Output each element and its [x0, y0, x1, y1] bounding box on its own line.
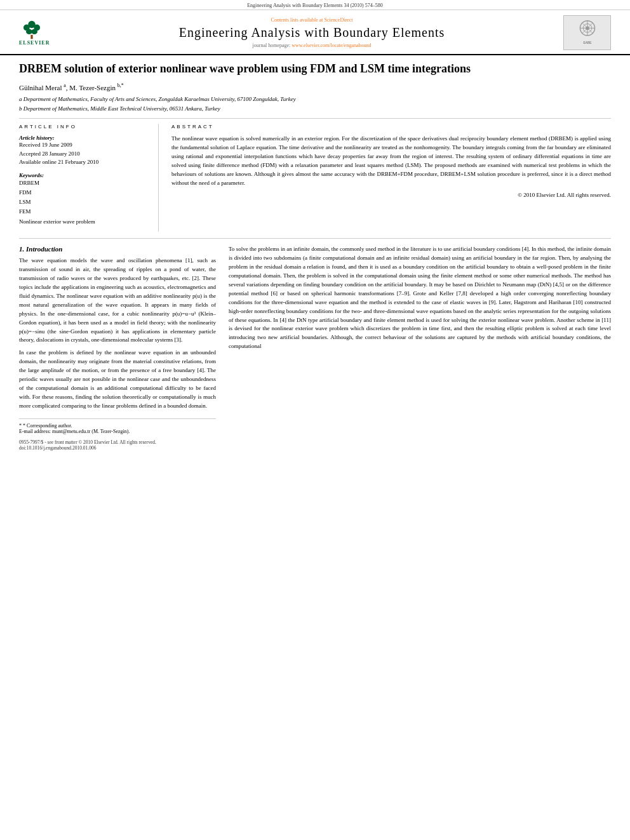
divider-2 [19, 238, 611, 239]
keywords-block: Keywords: DRBEM FDM LSM FEM Nonlinear ex… [19, 172, 145, 227]
article-title: DRBEM solution of exterior nonlinear wav… [19, 62, 611, 76]
keywords-list: DRBEM FDM LSM FEM Nonlinear exterior wav… [19, 178, 145, 227]
journal-header: ELSEVIER Contents lists available at Sci… [0, 10, 630, 55]
divider-1 [19, 118, 611, 119]
svg-point-4 [31, 29, 37, 34]
elsevier-tree-icon [19, 20, 44, 40]
available-date: Available online 21 February 2010 [19, 158, 145, 167]
doi: doi:10.1016/j.enganabound.2010.01.006 [19, 445, 216, 451]
contents-text: Contents lists available at [271, 17, 323, 23]
sciencedirect-link: Contents lists available at ScienceDirec… [70, 17, 554, 23]
svg-text:EABE: EABE [584, 41, 592, 44]
corresponding-author-note: * * Corresponding author. [19, 423, 216, 429]
keyword-lsm: LSM [19, 197, 145, 207]
body-content: 1. Introduction The wave equation models… [19, 245, 611, 451]
author-a-sup: a [64, 83, 66, 88]
section1-heading: 1. Introduction [19, 245, 216, 253]
affiliation-a: a Department of Mathematics, Faculty of … [19, 95, 611, 104]
body-right-para-1: To solve the problems in an infinite dom… [229, 245, 611, 351]
email-address: munt@metu.edu.tr (M. Tezer-Sezgin). [52, 429, 130, 434]
keywords-label: Keywords: [19, 172, 145, 178]
received-date: Received 19 June 2009 [19, 141, 145, 150]
svg-rect-5 [30, 34, 32, 39]
keyword-nonlinear: Nonlinear exterior wave problem [19, 217, 145, 227]
abstract-col: ABSTRACT The nonlinear wave equation is … [159, 124, 611, 232]
homepage-label: journal homepage: [253, 43, 291, 48]
body-left-para-1: The wave equation models the wave and os… [19, 257, 216, 345]
keyword-fdm: FDM [19, 188, 145, 197]
main-content: DRBEM solution of exterior nonlinear wav… [0, 55, 630, 457]
page: Engineering Analysis with Boundary Eleme… [0, 0, 630, 840]
top-bar: Engineering Analysis with Boundary Eleme… [0, 0, 630, 10]
authors: Gülnihal Meral a, M. Tezer-Sezgin b,* [19, 83, 611, 91]
article-history: Article history: Received 19 June 2009 A… [19, 135, 145, 167]
accepted-date: Accepted 28 January 2010 [19, 150, 145, 159]
body-left-col: 1. Introduction The wave equation models… [19, 245, 216, 451]
journal-cover-svg: EABE [564, 16, 610, 50]
abstract-text: The nonlinear wave equation is solved nu… [171, 135, 611, 188]
email-note: E-mail address: munt@metu.edu.tr (M. Tez… [19, 429, 216, 434]
journal-homepage: journal homepage: www.elsevier.com/locat… [70, 43, 554, 48]
article-info-col: ARTICLE INFO Article history: Received 1… [19, 124, 159, 232]
journal-logo-icon: EABE [563, 15, 611, 50]
journal-title: Engineering Analysis with Boundary Eleme… [70, 25, 554, 40]
star-symbol: * [19, 423, 22, 429]
elsevier-logo: ELSEVIER [19, 20, 70, 46]
affiliation-b: b Department of Mathematics, Middle East… [19, 105, 611, 114]
elsevier-text: ELSEVIER [19, 40, 50, 46]
article-info-label: ARTICLE INFO [19, 124, 145, 130]
body-left-para-2: In case the problem is defined by the no… [19, 349, 216, 411]
footer-bottom: 0955-7997/$ - see front matter © 2010 El… [19, 439, 216, 451]
journal-header-right: EABE [554, 15, 611, 50]
abstract-label: ABSTRACT [171, 124, 611, 130]
keyword-drbem: DRBEM [19, 178, 145, 188]
keyword-fem: FEM [19, 207, 145, 217]
affiliations: a Department of Mathematics, Faculty of … [19, 95, 611, 113]
article-info-abstract: ARTICLE INFO Article history: Received 1… [19, 124, 611, 232]
abstract-copyright: © 2010 Elsevier Ltd. All rights reserved… [171, 192, 611, 198]
copyright-notice: 0955-7997/$ - see front matter © 2010 El… [19, 439, 216, 445]
author-b-sup: b,* [117, 83, 124, 88]
sciencedirect-name: ScienceDirect [325, 17, 353, 23]
corresponding-label: * Corresponding author. [23, 423, 72, 429]
history-label: Article history: [19, 135, 145, 141]
footer-area: * * Corresponding author. E-mail address… [19, 418, 216, 451]
homepage-url: www.elsevier.com/locate/enganabound [292, 43, 371, 48]
body-right-col: To solve the problems in an infinite dom… [229, 245, 611, 451]
email-label: E-mail address: [19, 429, 51, 434]
journal-header-center: Contents lists available at ScienceDirec… [70, 17, 554, 48]
journal-citation: Engineering Analysis with Boundary Eleme… [247, 3, 383, 8]
